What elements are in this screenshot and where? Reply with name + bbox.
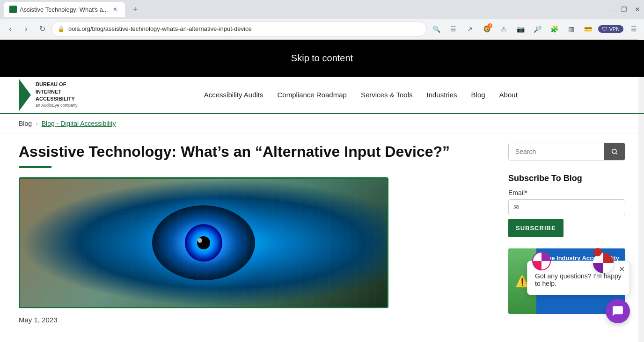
main-content: Assistive Technology: What’s an “Alterna… — [19, 143, 490, 324]
zoom-icon[interactable]: 🔎 — [531, 22, 544, 36]
vpn-label: VPN — [609, 26, 620, 32]
chat-close-button[interactable]: ✕ — [619, 265, 625, 274]
email-input-row: ✉ — [508, 199, 625, 215]
subscribe-title: Subscribe To Blog — [508, 174, 625, 183]
search-box — [508, 143, 625, 160]
url-text: boia.org/blog/assistive-technology-whats… — [68, 25, 421, 32]
content-wrapper: Assistive Technology: What’s an “Alterna… — [0, 133, 644, 333]
svg-point-0 — [612, 149, 616, 153]
chat-fab-button[interactable] — [606, 299, 630, 323]
address-bar[interactable]: 🔒 boia.org/blog/assistive-technology-wha… — [51, 22, 427, 36]
search-input[interactable] — [509, 143, 604, 160]
sidebar: Subscribe To Blog Email* ✉ SUBSCRIBE ⚠️ … — [508, 143, 625, 324]
title-underline — [19, 166, 51, 168]
menu-button[interactable]: ☰ — [627, 22, 640, 36]
toolbar-icons: 🔍 ☰ ↗ 🦁 9 ⚠ 📷 🔎 🧩 ▥ 💳 🛡 VPN ☰ — [430, 22, 640, 36]
forward-button[interactable]: › — [20, 22, 33, 36]
nav-about[interactable]: About — [499, 89, 518, 101]
breadcrumb-separator: › — [36, 120, 38, 127]
nav-services-tools[interactable]: Services & Tools — [361, 89, 413, 101]
window-controls: — ❐ ✕ — [607, 6, 640, 13]
sidebar-icon[interactable]: ▥ — [564, 22, 578, 36]
subscribe-section: Subscribe To Blog Email* ✉ SUBSCRIBE — [508, 174, 625, 237]
browser-toolbar: ‹ › ↻ 🔒 boia.org/blog/assistive-technolo… — [0, 19, 644, 39]
tab-close-button[interactable]: ✕ — [111, 5, 119, 14]
article-hero-image — [19, 177, 388, 308]
refresh-button[interactable]: ↻ — [36, 22, 49, 36]
back-button[interactable]: ‹ — [4, 22, 17, 36]
logo-subtitle: an AudioEye company — [36, 102, 78, 109]
nav-blog[interactable]: Blog — [471, 89, 485, 101]
tab-favicon — [9, 6, 17, 13]
skip-to-content-link[interactable]: Skip to content — [0, 40, 644, 77]
vpn-icon: 🛡 — [602, 26, 607, 32]
site-logo[interactable]: BUREAU OF INTERNET ACCESSIBILITY an Audi… — [19, 79, 78, 111]
reader-mode-icon[interactable]: ☰ — [446, 22, 460, 36]
search-button[interactable] — [604, 143, 625, 160]
red-indicator — [593, 248, 602, 256]
browser-chrome: Assistive Technology: What's a... ✕ + — … — [0, 0, 644, 40]
breadcrumb-blog: Blog — [19, 120, 32, 127]
chat-popup: ✕ Got any questions? I'm happy to help. — [527, 261, 630, 295]
chat-icon — [612, 305, 624, 317]
article-image-inner — [20, 179, 387, 307]
main-navigation: Accessibility Audits Compliance Roadmap … — [96, 89, 625, 101]
lock-icon: 🔒 — [58, 26, 65, 32]
site-header: BUREAU OF INTERNET ACCESSIBILITY an Audi… — [0, 77, 644, 114]
logo-line3: ACCESSIBILITY — [36, 95, 78, 102]
nav-industries[interactable]: Industries — [427, 89, 457, 101]
new-tab-button[interactable]: + — [129, 3, 142, 16]
chat-popup-text: Got any questions? I'm happy to help. — [535, 272, 622, 287]
article-date: May 1, 2023 — [19, 316, 490, 324]
chat-avatar-image — [533, 253, 550, 269]
browser-titlebar: Assistive Technology: What's a... ✕ + — … — [0, 0, 644, 19]
breadcrumb: Blog › Blog - Digital Accessibility — [0, 114, 644, 133]
breadcrumb-digital-accessibility[interactable]: Blog - Digital Accessibility — [42, 120, 116, 127]
close-button[interactable]: ✕ — [635, 6, 640, 13]
svg-line-1 — [616, 153, 617, 154]
nav-accessibility-audits[interactable]: Accessibility Audits — [204, 89, 263, 101]
brave-icon[interactable]: 🦁 9 — [480, 22, 493, 36]
nav-compliance-roadmap[interactable]: Compliance Roadmap — [277, 89, 346, 101]
vpn-button[interactable]: 🛡 VPN — [598, 25, 623, 33]
alert-icon[interactable]: ⚠ — [497, 22, 510, 36]
article-title: Assistive Technology: What’s an “Alterna… — [19, 143, 490, 160]
extension-icon[interactable]: 🧩 — [548, 22, 561, 36]
search-icon — [611, 148, 618, 155]
tab-title: Assistive Technology: What's a... — [20, 6, 108, 13]
logo-line2: INTERNET — [36, 88, 78, 95]
email-icon: ✉ — [513, 204, 519, 211]
minimize-button[interactable]: — — [607, 6, 614, 13]
chat-avatar — [532, 252, 551, 270]
camera-icon[interactable]: 📷 — [514, 22, 527, 36]
search-browser-icon[interactable]: 🔍 — [430, 22, 443, 36]
email-label: Email* — [508, 189, 625, 196]
wallet-icon[interactable]: 💳 — [581, 22, 594, 36]
brave-badge: 9 — [488, 23, 492, 28]
subscribe-button[interactable]: SUBSCRIBE — [508, 219, 564, 237]
maximize-button[interactable]: ❐ — [621, 6, 627, 13]
logo-line1: BUREAU OF — [36, 81, 78, 88]
share-icon[interactable]: ↗ — [463, 22, 476, 36]
browser-tab[interactable]: Assistive Technology: What's a... ✕ — [4, 2, 125, 17]
